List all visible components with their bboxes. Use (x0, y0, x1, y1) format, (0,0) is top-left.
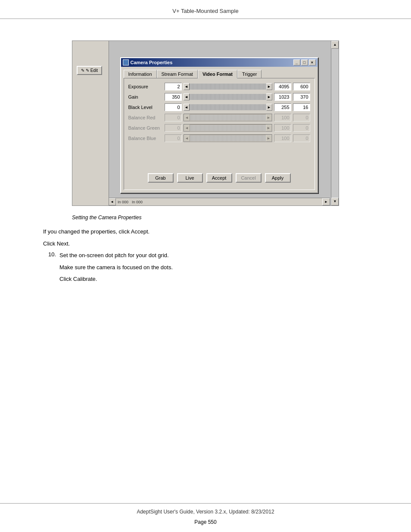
prop-current-balance-blue (293, 134, 310, 142)
tab-stream-format[interactable]: Stream Format (157, 70, 198, 78)
prop-label-black-level: Black Level (128, 105, 163, 110)
slider-right-black-level[interactable]: ► (266, 104, 272, 111)
page-footer: AdeptSight User's Guide, Version 3.2.x, … (0, 503, 411, 517)
item-content-10: Set the on-screen dot pitch for your dot… (59, 251, 377, 287)
dialog-icon (123, 59, 129, 65)
prop-row-balance-blue: Balance Blue ◄ ► (128, 134, 310, 142)
tab-trigger[interactable]: Trigger (237, 70, 262, 78)
slider-container-balance-blue: ◄ ► (184, 134, 272, 142)
prop-row-exposure: Exposure ◄ ► (128, 83, 310, 90)
slider-container-balance-red: ◄ ► (184, 114, 272, 121)
dialog-buttons: Grab Live Accept Cancel Apply (128, 171, 310, 185)
accept-button[interactable]: Accept (206, 173, 232, 183)
slider-left-black-level[interactable]: ◄ (184, 104, 190, 111)
scrollbar-down-button[interactable]: ▼ (331, 198, 339, 205)
close-button[interactable]: × (309, 59, 316, 65)
live-button[interactable]: Live (177, 173, 203, 183)
edit-button[interactable]: ✎ ✎ Edit (77, 66, 102, 75)
status-right: In 000 (130, 200, 144, 204)
item-number-10: 10. (43, 251, 56, 287)
tab-information[interactable]: Information (124, 70, 157, 78)
slider-track-gain[interactable] (190, 94, 266, 100)
prop-label-balance-green: Balance Green (128, 125, 163, 131)
slider-right-balance-blue: ► (266, 135, 272, 142)
prop-label-gain: Gain (128, 94, 163, 100)
slider-track-black-level[interactable] (190, 104, 266, 110)
prop-current-gain[interactable] (293, 93, 310, 101)
slider-left-exposure[interactable]: ◄ (184, 83, 190, 90)
prop-value-exposure[interactable] (165, 83, 182, 90)
prop-value-balance-green (165, 124, 182, 132)
camera-properties-dialog: Camera Properties _ □ × Info (120, 57, 318, 193)
tab-video-format[interactable]: Video Format (198, 70, 237, 78)
prop-row-balance-red: Balance Red ◄ ► (128, 114, 310, 121)
dialog-tabs: Information Stream Format Video Format T… (124, 69, 315, 78)
slider-left-balance-blue: ◄ (184, 135, 190, 142)
page-number: Page 550 (0, 517, 411, 532)
minimize-button[interactable]: _ (293, 59, 300, 65)
prop-label-balance-blue: Balance Blue (128, 136, 163, 141)
slider-track-balance-green (190, 125, 266, 131)
slider-left-balance-red: ◄ (184, 114, 190, 121)
prop-value-balance-red (165, 114, 182, 121)
titlebar-buttons: _ □ × (293, 59, 316, 65)
left-bg-panel: ✎ ✎ Edit (72, 41, 109, 205)
prop-row-black-level: Black Level ◄ ► (128, 103, 310, 111)
dialog-titlebar: Camera Properties _ □ × (121, 58, 318, 67)
prop-max-exposure[interactable] (274, 83, 291, 90)
body-text-area: If you changed the properties, click Acc… (34, 227, 377, 287)
item-line-2: Make sure the camera is focused on the d… (59, 263, 377, 272)
item-line-1: Set the on-screen dot pitch for your dot… (59, 251, 377, 260)
slider-track-exposure[interactable] (190, 84, 266, 90)
slider-track-balance-blue (190, 135, 266, 141)
slider-right-exposure[interactable]: ► (266, 83, 272, 90)
prop-label-exposure: Exposure (128, 84, 163, 89)
prop-max-balance-blue (274, 134, 291, 142)
scrollbar-up-button[interactable]: ▲ (331, 41, 339, 49)
prop-current-balance-green (293, 124, 310, 132)
maximize-button[interactable]: □ (301, 59, 308, 65)
slider-left-gain[interactable]: ◄ (184, 93, 190, 100)
body-text-2: Click Next. (43, 240, 377, 248)
prop-row-balance-green: Balance Green ◄ ► (128, 124, 310, 132)
prop-current-black-level[interactable] (293, 103, 310, 111)
prop-max-gain[interactable] (274, 93, 291, 101)
slider-track-balance-red (190, 115, 266, 121)
slider-right-balance-green: ► (266, 124, 272, 131)
grab-button[interactable]: Grab (148, 173, 174, 183)
slider-container-balance-green: ◄ ► (184, 124, 272, 132)
right-scrollbar: ▲ ▼ (331, 41, 339, 205)
prop-max-balance-green (274, 124, 291, 132)
footer-guide-info: AdeptSight User's Guide, Version 3.2.x, … (0, 509, 411, 515)
item-line-3: Click Calibrate. (59, 275, 377, 283)
prop-label-balance-red: Balance Red (128, 115, 163, 120)
horiz-scroll-right[interactable]: ► (322, 198, 330, 205)
horizontal-scrollbar: ◄ In 000 In 000 ► (108, 198, 330, 205)
screenshot-outer-bg: ✎ ✎ Edit ▲ ▼ Camera Prope (72, 40, 339, 206)
slider-right-balance-red: ► (266, 114, 272, 121)
page-content: ✎ ✎ Edit ▲ ▼ Camera Prope (0, 19, 411, 503)
slider-right-gain[interactable]: ► (266, 93, 272, 100)
prop-max-black-level[interactable] (274, 103, 291, 111)
prop-value-black-level[interactable] (165, 103, 182, 111)
status-left: In 000 (116, 200, 130, 204)
screenshot-wrapper: ✎ ✎ Edit ▲ ▼ Camera Prope (72, 40, 339, 206)
tab-video-format-label: Video Format (202, 72, 233, 77)
spacer (128, 145, 310, 166)
titlebar-title-area: Camera Properties (123, 59, 173, 65)
slider-container-black-level[interactable]: ◄ ► (184, 103, 272, 111)
slider-left-balance-green: ◄ (184, 124, 190, 131)
horiz-scroll-left[interactable]: ◄ (108, 198, 116, 205)
page-header: V+ Table-Mounted Sample (0, 0, 411, 19)
prop-value-balance-blue (165, 134, 182, 142)
edit-button-label: ✎ Edit (86, 68, 98, 73)
apply-button[interactable]: Apply (265, 173, 291, 183)
tab-content: Exposure ◄ ► (124, 78, 315, 190)
prop-value-gain[interactable] (165, 93, 182, 101)
prop-row-gain: Gain ◄ ► (128, 93, 310, 101)
cancel-button[interactable]: Cancel (236, 173, 262, 183)
slider-container-exposure[interactable]: ◄ ► (184, 83, 272, 90)
prop-max-balance-red (274, 114, 291, 121)
prop-current-exposure[interactable] (293, 83, 310, 90)
slider-container-gain[interactable]: ◄ ► (184, 93, 272, 101)
